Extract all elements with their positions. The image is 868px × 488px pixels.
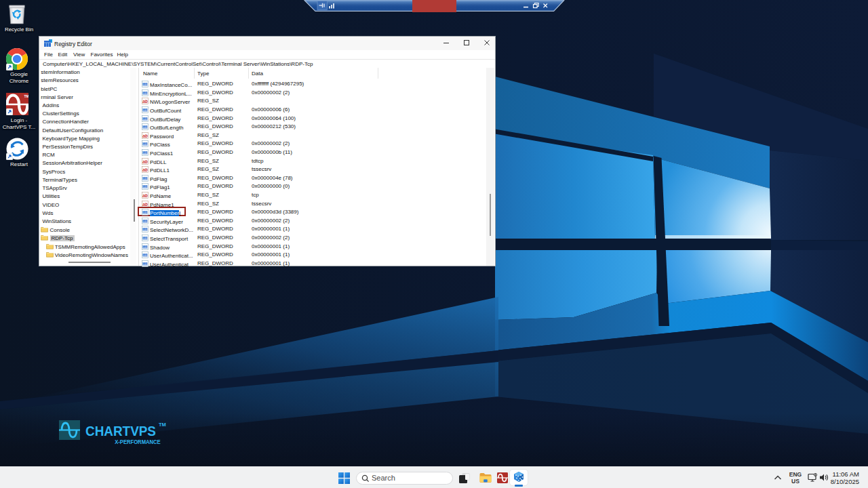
svg-text:110: 110 xyxy=(143,177,149,180)
svg-text:ab: ab xyxy=(142,167,148,172)
svg-text:110: 110 xyxy=(143,211,149,214)
svg-text:ab: ab xyxy=(142,159,148,163)
svg-text:110: 110 xyxy=(143,245,149,249)
svg-text:110: 110 xyxy=(143,142,149,146)
svg-text:CHARTVPS: CHARTVPS xyxy=(85,424,156,439)
svg-text:110: 110 xyxy=(143,125,149,129)
svg-text:ab: ab xyxy=(142,201,148,206)
svg-text:TM: TM xyxy=(159,422,166,428)
svg-text:ab: ab xyxy=(142,193,148,198)
svg-text:110: 110 xyxy=(143,262,149,266)
svg-text:ab: ab xyxy=(142,99,148,104)
svg-text:110: 110 xyxy=(143,220,149,223)
svg-text:TM: TM xyxy=(24,94,29,98)
svg-text:110: 110 xyxy=(143,92,149,95)
svg-text:110: 110 xyxy=(143,253,149,257)
svg-text:110: 110 xyxy=(143,185,149,188)
svg-text:110: 110 xyxy=(143,108,149,112)
svg-text:110: 110 xyxy=(143,151,149,155)
svg-text:110: 110 xyxy=(143,237,149,240)
svg-text:ab: ab xyxy=(142,133,148,138)
svg-text:110: 110 xyxy=(143,228,149,231)
svg-text:110: 110 xyxy=(143,117,149,121)
svg-text:X-PERFORMANCE: X-PERFORMANCE xyxy=(115,439,161,445)
svg-text:110: 110 xyxy=(143,83,149,86)
